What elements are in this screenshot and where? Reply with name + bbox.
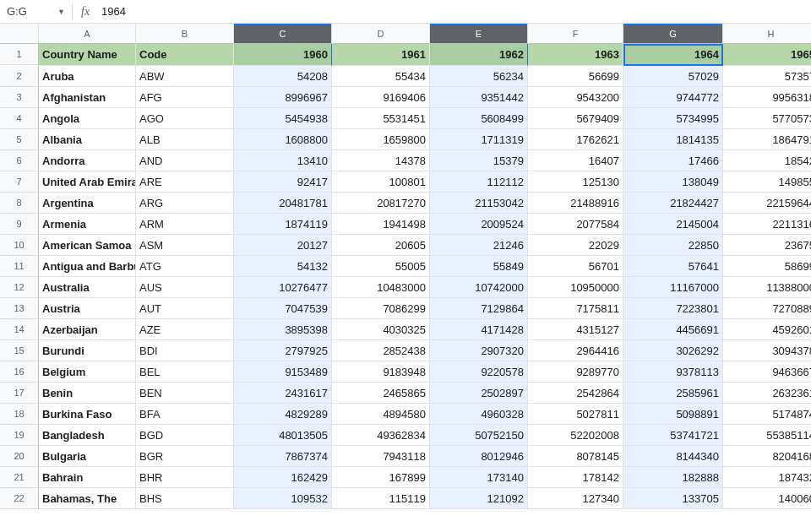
- cell-value[interactable]: 1659800: [332, 129, 430, 150]
- cell-value[interactable]: 8078145: [528, 446, 623, 467]
- row-header[interactable]: 9: [0, 214, 39, 235]
- row-header[interactable]: 5: [0, 129, 39, 150]
- cell-value[interactable]: 55385114: [723, 425, 811, 446]
- cell-code[interactable]: ATG: [136, 256, 234, 277]
- cell-value[interactable]: 4960328: [430, 404, 528, 425]
- cell-value[interactable]: 3026292: [623, 340, 723, 361]
- cell-value[interactable]: 17466: [623, 150, 723, 171]
- cell-value[interactable]: 2077584: [528, 214, 623, 235]
- cell-value[interactable]: 48013505: [234, 425, 332, 446]
- cell-value[interactable]: 16407: [528, 150, 623, 171]
- cell-value[interactable]: 10276477: [234, 277, 332, 298]
- cell-country-name[interactable]: Angola: [39, 108, 136, 129]
- cell-value[interactable]: 5027811: [528, 404, 623, 425]
- cell-country-name[interactable]: Bahamas, The: [39, 488, 136, 509]
- cell-value[interactable]: 52202008: [528, 425, 623, 446]
- cell-value[interactable]: 100801: [332, 171, 430, 193]
- cell-value[interactable]: 7129864: [430, 298, 528, 319]
- cell-country-name[interactable]: Argentina: [39, 193, 136, 214]
- cell-value[interactable]: 22850: [623, 235, 723, 256]
- row-header[interactable]: 1: [0, 44, 39, 65]
- cell-value[interactable]: 23675: [723, 235, 811, 256]
- column-header-E[interactable]: E: [430, 24, 528, 44]
- cell-value[interactable]: 7270889: [723, 298, 811, 319]
- cell-value[interactable]: 7086299: [332, 298, 430, 319]
- row-header[interactable]: 22: [0, 488, 39, 509]
- column-header-H[interactable]: H: [723, 24, 811, 44]
- column-header-B[interactable]: B: [136, 24, 234, 44]
- cell-value[interactable]: 1711319: [430, 129, 528, 150]
- cell-value[interactable]: 2964416: [528, 340, 623, 361]
- cell-value[interactable]: 5454938: [234, 108, 332, 129]
- cell-value[interactable]: 173140: [430, 467, 528, 488]
- cell-value[interactable]: 22029: [528, 235, 623, 256]
- cell-value[interactable]: 4171428: [430, 319, 528, 340]
- cell-value[interactable]: 54132: [234, 256, 332, 277]
- cell-value[interactable]: 133705: [623, 488, 723, 509]
- cell-value[interactable]: 3094378: [723, 340, 811, 361]
- cell-value[interactable]: 9378113: [623, 361, 723, 383]
- cell-code[interactable]: BDI: [136, 340, 234, 361]
- cell-value[interactable]: 11388000: [723, 277, 811, 298]
- cell-value[interactable]: 3895398: [234, 319, 332, 340]
- cell-value[interactable]: 2465865: [332, 383, 430, 404]
- cell-value[interactable]: 1762621: [528, 129, 623, 150]
- cell-value[interactable]: 4315127: [528, 319, 623, 340]
- cell-value[interactable]: 9220578: [430, 361, 528, 383]
- cell-value[interactable]: 56234: [430, 66, 528, 87]
- cell-country-name[interactable]: American Samoa: [39, 235, 136, 256]
- cell-value[interactable]: 21246: [430, 235, 528, 256]
- cell-value[interactable]: 1941498: [332, 214, 430, 235]
- row-header[interactable]: 2: [0, 66, 39, 87]
- cell-value[interactable]: 15379: [430, 150, 528, 171]
- cell-value[interactable]: 7943118: [332, 446, 430, 467]
- row-header[interactable]: 17: [0, 383, 39, 404]
- cell-value[interactable]: 2852438: [332, 340, 430, 361]
- cell-code[interactable]: ARG: [136, 193, 234, 214]
- cell-value[interactable]: 56701: [528, 256, 623, 277]
- cell-value[interactable]: 115119: [332, 488, 430, 509]
- cell-value[interactable]: 125130: [528, 171, 623, 193]
- cell-value[interactable]: 182888: [623, 467, 723, 488]
- header-cell[interactable]: 1965: [723, 44, 811, 66]
- cell-code[interactable]: AZE: [136, 319, 234, 340]
- cell-value[interactable]: 8996967: [234, 87, 332, 108]
- cell-code[interactable]: ARM: [136, 214, 234, 235]
- cell-value[interactable]: 56699: [528, 66, 623, 87]
- cell-value[interactable]: 2632361: [723, 383, 811, 404]
- row-header[interactable]: 19: [0, 425, 39, 446]
- spreadsheet-grid[interactable]: ABCDEFGH1Country NameCode196019611962196…: [0, 24, 811, 509]
- cell-value[interactable]: 21824427: [623, 193, 723, 214]
- cell-value[interactable]: 49362834: [332, 425, 430, 446]
- cell-value[interactable]: 4592601: [723, 319, 811, 340]
- cell-value[interactable]: 14378: [332, 150, 430, 171]
- row-header[interactable]: 14: [0, 319, 39, 340]
- row-header[interactable]: 7: [0, 171, 39, 193]
- cell-value[interactable]: 10483000: [332, 277, 430, 298]
- name-box[interactable]: G:G ▼: [0, 5, 72, 18]
- column-header-D[interactable]: D: [332, 24, 430, 44]
- cell-country-name[interactable]: Austria: [39, 298, 136, 319]
- row-header[interactable]: 21: [0, 467, 39, 488]
- cell-country-name[interactable]: Benin: [39, 383, 136, 404]
- cell-value[interactable]: 22159644: [723, 193, 811, 214]
- cell-value[interactable]: 7867374: [234, 446, 332, 467]
- cell-value[interactable]: 55005: [332, 256, 430, 277]
- cell-value[interactable]: 162429: [234, 467, 332, 488]
- cell-value[interactable]: 9169406: [332, 87, 430, 108]
- cell-value[interactable]: 8012946: [430, 446, 528, 467]
- cell-value[interactable]: 140060: [723, 488, 811, 509]
- row-header[interactable]: 11: [0, 256, 39, 277]
- cell-value[interactable]: 9543200: [528, 87, 623, 108]
- cell-value[interactable]: 10950000: [528, 277, 623, 298]
- cell-code[interactable]: AUS: [136, 277, 234, 298]
- cell-value[interactable]: 2145004: [623, 214, 723, 235]
- cell-code[interactable]: BEN: [136, 383, 234, 404]
- cell-country-name[interactable]: Albania: [39, 129, 136, 150]
- cell-code[interactable]: AUT: [136, 298, 234, 319]
- column-header-G[interactable]: G: [623, 24, 723, 44]
- cell-code[interactable]: AND: [136, 150, 234, 171]
- cell-code[interactable]: ARE: [136, 171, 234, 193]
- cell-value[interactable]: 5608499: [430, 108, 528, 129]
- cell-code[interactable]: BEL: [136, 361, 234, 383]
